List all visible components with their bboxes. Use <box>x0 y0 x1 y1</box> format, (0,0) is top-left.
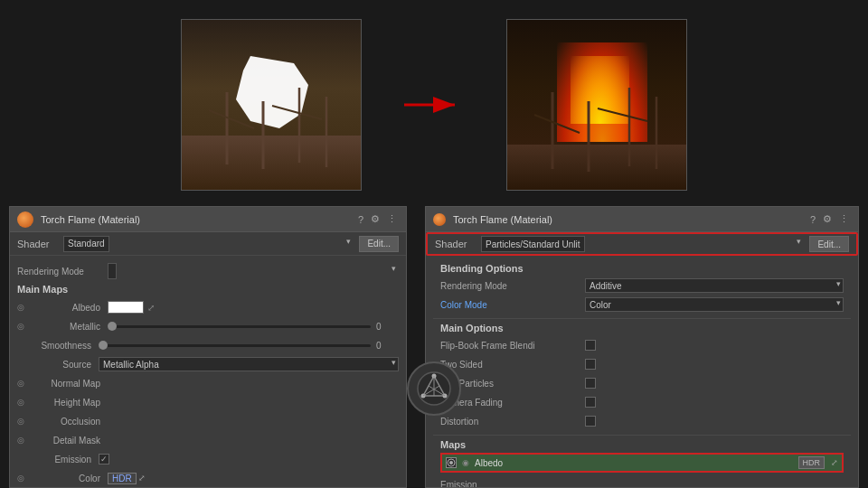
distortion-checkbox[interactable] <box>585 416 596 427</box>
emission-label: Emission <box>17 455 99 465</box>
metallic-label: Metallic <box>26 322 108 332</box>
occlusion-label: Occlusion <box>26 417 108 427</box>
detail-mask-row: ◎ Detail Mask <box>17 431 399 449</box>
left-header-icons: ? ⚙ ⋮ <box>356 213 399 225</box>
right-shader-row: Shader Particles/Standard Unlit Edit... <box>426 232 858 256</box>
hdr-btn-left[interactable]: HDR <box>108 473 137 484</box>
svg-line-13 <box>598 108 647 121</box>
right-panel-content: Blending Options Rendering Mode Additive… <box>426 256 858 487</box>
metallic-row: ◎ Metallic 0 <box>17 317 399 335</box>
maps-title: Maps <box>440 439 844 450</box>
arrow-container <box>398 91 470 118</box>
rendering-mode-label: Rendering Mode <box>17 267 108 277</box>
right-panel-title: Torch Flame (Material) <box>453 214 801 225</box>
camera-fading-row: Camera Fading <box>440 393 844 411</box>
eye-icon-metallic: ◎ <box>17 322 24 331</box>
eye-icon-occlusion: ◎ <box>17 417 24 426</box>
two-sided-checkbox[interactable] <box>585 359 596 370</box>
panels-wrapper: Torch Flame (Material) ? ⚙ ⋮ Shader Stan… <box>0 206 868 488</box>
blending-options-section: Blending Options Rendering Mode Additive… <box>433 259 851 319</box>
more-icon-right[interactable]: ⋮ <box>837 213 851 225</box>
blending-options-title: Blending Options <box>440 263 844 274</box>
emission-row-right: Emission <box>440 475 844 487</box>
source-dropdown[interactable]: Metallic Alpha <box>99 357 399 371</box>
before-image <box>181 19 362 191</box>
settings-icon-right[interactable]: ⚙ <box>821 213 834 225</box>
albedo-row-right: ◉ Albedo HDR ⤢ <box>440 453 844 473</box>
unity-logo <box>407 361 461 416</box>
eye-icon-height: ◎ <box>17 398 24 407</box>
normal-map-row: ◎ Normal Map <box>17 374 399 392</box>
right-color-mode-dropdown[interactable]: Color <box>585 297 844 312</box>
metallic-value: 0 <box>376 322 399 332</box>
right-rendering-mode-label: Rendering Mode <box>440 281 585 291</box>
main-options-section: Main Options Flip-Book Frame Blendi Two … <box>433 319 851 436</box>
main-options-title: Main Options <box>440 323 844 333</box>
right-shader-dropdown-wrapper[interactable]: Particles/Standard Unlit <box>481 236 804 252</box>
right-edit-button[interactable]: Edit... <box>809 236 849 252</box>
right-rendering-mode-dropdown-wrapper[interactable]: Additive <box>585 278 844 293</box>
top-section <box>0 0 868 206</box>
help-icon-left[interactable]: ? <box>356 214 365 225</box>
left-shader-row: Shader Standard Edit... <box>10 232 406 256</box>
material-icon-left <box>17 211 33 228</box>
source-label: Source <box>17 360 99 370</box>
left-shader-dropdown[interactable]: Standard <box>63 236 109 252</box>
flip-book-checkbox[interactable] <box>585 340 596 351</box>
emission-checkbox[interactable]: ✓ <box>99 454 109 465</box>
rendering-mode-dropdown[interactable] <box>108 263 117 279</box>
smoothness-slider[interactable] <box>99 344 371 347</box>
eye-icon-normal: ◎ <box>17 379 24 388</box>
help-icon-right[interactable]: ? <box>808 214 817 225</box>
scene-overlay-left <box>182 20 361 190</box>
eye-icon-albedo: ◎ <box>17 303 24 312</box>
right-shader-dropdown[interactable]: Particles/Standard Unlit <box>481 236 585 252</box>
after-image <box>506 19 687 191</box>
camera-fading-checkbox[interactable] <box>585 397 596 408</box>
emission-label-right: Emission <box>440 480 585 488</box>
albedo-checkbox-icon <box>447 458 456 467</box>
color-link-icon: ⤢ <box>138 474 146 483</box>
two-sided-row: Two Sided <box>440 355 844 373</box>
left-material-panel: Torch Flame (Material) ? ⚙ ⋮ Shader Stan… <box>9 206 407 488</box>
metallic-slider[interactable] <box>108 325 371 328</box>
left-shader-dropdown-wrapper[interactable]: Standard <box>63 236 354 252</box>
albedo-label-left: Albedo <box>26 303 108 313</box>
hdr-button-right[interactable]: HDR <box>798 456 826 469</box>
left-panel-header: Torch Flame (Material) ? ⚙ ⋮ <box>10 207 406 232</box>
source-dropdown-wrapper[interactable]: Metallic Alpha <box>99 357 399 371</box>
smoothness-row: Smoothness 0 <box>17 336 399 354</box>
albedo-color-swatch[interactable] <box>108 301 144 314</box>
left-shader-label: Shader <box>17 239 58 249</box>
right-color-mode-row: Color Mode Color <box>440 296 844 314</box>
soft-particles-row: Soft Particles <box>440 374 844 392</box>
detail-mask-label: Detail Mask <box>26 436 108 446</box>
smoothness-thumb <box>99 341 108 350</box>
settings-icon-left[interactable]: ⚙ <box>369 213 382 225</box>
albedo-label-right: Albedo <box>475 458 795 468</box>
main-maps-label: Main Maps <box>17 284 399 295</box>
right-rendering-mode-dropdown[interactable]: Additive <box>585 278 844 293</box>
material-icon-right <box>433 213 446 226</box>
rendering-mode-dropdown-wrapper[interactable] <box>108 263 399 279</box>
flip-book-label: Flip-Book Frame Blendi <box>440 341 585 351</box>
albedo-checkbox-right[interactable] <box>446 457 457 468</box>
maps-section: Maps ◉ Albedo HDR ⤢ Emiss <box>433 436 851 487</box>
unity-logo-area <box>398 352 470 425</box>
soft-particles-checkbox[interactable] <box>585 378 596 389</box>
smoothness-value: 0 <box>376 341 399 351</box>
right-color-mode-label: Color Mode <box>440 300 585 310</box>
distortion-row: Distortion <box>440 412 844 430</box>
metallic-thumb <box>108 322 117 331</box>
color-row: ◎ Color HDR ⤢ <box>17 469 399 487</box>
occlusion-row: ◎ Occlusion <box>17 412 399 430</box>
height-map-label: Height Map <box>26 398 108 408</box>
height-map-row: ◎ Height Map <box>17 393 399 411</box>
albedo-link-icon: ⤢ <box>147 303 155 313</box>
left-edit-button[interactable]: Edit... <box>359 236 399 252</box>
more-icon-left[interactable]: ⋮ <box>385 213 399 225</box>
right-color-mode-dropdown-wrapper[interactable]: Color <box>585 297 844 312</box>
albedo-row-left: ◎ Albedo ⤢ <box>17 298 399 316</box>
right-rendering-mode-row: Rendering Mode Additive <box>440 277 844 295</box>
svg-line-12 <box>534 115 580 133</box>
